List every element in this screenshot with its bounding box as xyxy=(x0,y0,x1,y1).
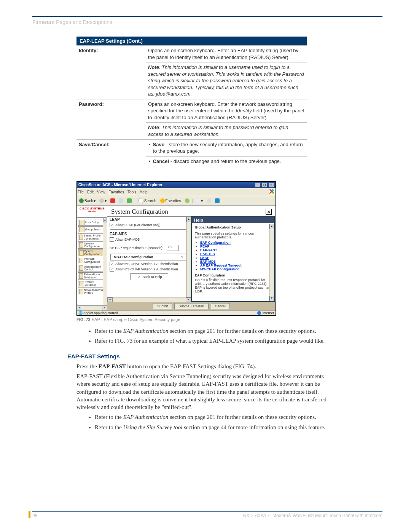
group-icon xyxy=(79,227,84,232)
help-lead: Global Authentication Setup xyxy=(195,225,271,229)
help-icon: ? xyxy=(136,275,141,279)
history-button[interactable] xyxy=(184,198,191,204)
menu-favorites[interactable]: Favorites xyxy=(108,190,124,194)
system-icon xyxy=(79,250,84,256)
posture-icon xyxy=(79,281,84,286)
menu-view[interactable]: View xyxy=(97,190,105,194)
eapmd5-checkbox[interactable]: ✓ xyxy=(110,237,114,242)
search-button[interactable]: Search xyxy=(137,197,158,204)
print-button[interactable] xyxy=(206,198,212,204)
help-icon[interactable]: ? xyxy=(180,255,185,259)
scroll-up-icon[interactable]: ▴ xyxy=(269,224,274,229)
help-link-mschap[interactable]: MS-CHAP Configuration xyxy=(200,267,239,271)
nav-external-db[interactable]: External User Databases xyxy=(78,272,106,280)
leap-label: Allow LEAP (For Aironet only) xyxy=(115,223,160,227)
row-save-desc: •Save - store the new security informati… xyxy=(146,139,307,156)
window-titlebar[interactable]: CiscoSecure ACS - Microsoft Internet Exp… xyxy=(77,182,276,188)
figure-caption: FIG. 73 EAP-LEAP sample Cisco System Sec… xyxy=(76,317,382,322)
row-identity-note: Note: This information is similar to a u… xyxy=(146,62,307,99)
submit-restart-button[interactable]: Submit + Restart xyxy=(174,303,208,309)
menu-help[interactable]: Help xyxy=(140,190,148,194)
help-link-eap-config[interactable]: EAP Configuration xyxy=(200,241,231,244)
back-button[interactable]: Back ▾ xyxy=(78,198,97,204)
help-para2: EAP is a flexible request-response proto… xyxy=(195,278,271,293)
help-link-eap-fast[interactable]: EAP-FAST xyxy=(200,248,217,252)
nav-user-setup[interactable]: User Setup xyxy=(78,219,106,226)
row-identity-desc: Opens an on-screen keyboard. Enter an EA… xyxy=(146,46,307,62)
menu-bar[interactable]: File Edit View Favorites Tools Help xyxy=(78,190,150,194)
nav-net-access-profiles[interactable]: Network Access Profiles xyxy=(78,288,106,295)
table-title: EAP-LEAP Settings (Cont.) xyxy=(76,37,307,46)
page-title: System Configuration xyxy=(111,208,168,216)
nav-shared-profile[interactable]: Shared Profile Components xyxy=(78,233,106,241)
menu-file[interactable]: File xyxy=(78,190,84,194)
leap-checkbox[interactable]: ✓ xyxy=(110,223,114,227)
network-icon xyxy=(79,242,83,248)
scroll-down-icon[interactable]: ▾ xyxy=(269,296,274,301)
nap-icon xyxy=(79,289,83,294)
maximize-button[interactable]: ▢ xyxy=(262,183,267,187)
ie-logo-icon xyxy=(269,189,275,195)
refresh-button[interactable] xyxy=(118,198,124,204)
menu-tools[interactable]: Tools xyxy=(127,190,136,194)
menu-edit[interactable]: Edit xyxy=(87,190,94,194)
nav-posture[interactable]: Posture Validation xyxy=(78,280,106,287)
status-text: 🌐 Applet appPing started xyxy=(78,311,118,315)
eap-leap-table: EAP-LEAP Settings (Cont.) Identity: Open… xyxy=(76,37,307,166)
timeout-input[interactable]: 20 xyxy=(167,245,179,251)
screenshot-figure: CiscoSecure ACS - Microsoft Internet Exp… xyxy=(76,181,275,316)
bullet-ref-auth-2: Refer to the EAP Authentication section … xyxy=(95,413,339,421)
eapmd5-heading: EAP-MD5 xyxy=(107,231,191,237)
nav-group-setup[interactable]: Group Setup xyxy=(78,226,106,233)
scroll-right-icon[interactable]: ▸ xyxy=(102,306,107,310)
help-subheading: EAP Configuration xyxy=(195,273,271,277)
scroll-up-icon[interactable]: ▴ xyxy=(186,217,191,222)
nav-network-config[interactable]: Network Configuration xyxy=(78,241,106,249)
edit-button[interactable] xyxy=(214,198,221,204)
scroll-right-icon[interactable]: ▸ xyxy=(186,297,191,302)
internet-zone-icon xyxy=(257,311,261,315)
help-link-leap[interactable]: LEAP xyxy=(200,256,209,260)
nav-system-config[interactable]: System Configuration xyxy=(78,249,106,256)
mschap1-label: Allow MS-CHAP Version 1 Authentication xyxy=(115,262,178,266)
help-link-ap-timeout[interactable]: AP EAP Request Timeout xyxy=(200,264,242,267)
back-to-help-button[interactable]: ?Back to Help xyxy=(130,273,168,280)
nav-admin-control[interactable]: Administration Control xyxy=(78,265,106,272)
scroll-up-icon[interactable]: ▴ xyxy=(103,218,107,222)
cancel-button[interactable]: Cancel xyxy=(211,303,230,309)
eap-fast-desc: EAP-FAST (Flexible Authentication via Se… xyxy=(76,372,339,411)
help-para: This page specifies settings for various… xyxy=(195,232,271,239)
timeout-label: AP EAP request timeout (seconds): xyxy=(110,246,163,250)
help-link-eap-md5[interactable]: EAP-MD5 xyxy=(200,260,216,264)
cisco-logo: CISCO SYSTEMS ıllıılı. ıllıılı. xyxy=(77,206,107,218)
interface-icon xyxy=(79,258,83,263)
window-title: CiscoSecure ACS - Microsoft Internet Exp… xyxy=(78,183,162,187)
bullet-ref-fig73: Refer to FIG. 73 for an example of what … xyxy=(95,337,339,345)
submit-button[interactable]: Submit xyxy=(153,303,172,309)
help-link-eap-tls[interactable]: EAP-TLS xyxy=(200,252,215,256)
help-link-peap[interactable]: PEAP xyxy=(200,244,210,248)
product-name: NXD-700Vi 7" Modero® Wall/Flush Mount To… xyxy=(243,513,382,518)
profile-icon xyxy=(79,235,83,240)
scroll-left-icon[interactable]: ◂ xyxy=(77,306,82,310)
eapmd5-label: Allow EAP-MD5 xyxy=(115,238,140,241)
eap-fast-intro: Press the EAP-FAST button to open the EA… xyxy=(76,363,339,370)
panel-close-button[interactable]: ✕ xyxy=(266,209,272,215)
toolbar[interactable]: Back ▾ ▾ | Search Favorites | ▾ xyxy=(77,196,276,206)
breadcrumb: Firmware Pages and Descriptions xyxy=(32,19,382,25)
user-icon xyxy=(79,220,84,225)
mail-button[interactable]: ▾ xyxy=(194,198,204,204)
db-icon xyxy=(79,273,83,279)
minimize-button[interactable]: _ xyxy=(255,183,260,187)
forward-button[interactable]: ▾ xyxy=(98,198,108,204)
home-button[interactable] xyxy=(126,198,133,204)
mschap2-checkbox[interactable]: ✓ xyxy=(110,267,114,272)
nav-interface-config[interactable]: Interface Configuration xyxy=(78,257,106,264)
close-button[interactable]: × xyxy=(269,183,274,187)
favorites-button[interactable]: Favorites xyxy=(159,198,182,204)
stop-button[interactable] xyxy=(109,198,116,204)
bullet-ref-site-survey: Refer to the Using the Site Survey tool … xyxy=(95,423,339,431)
admin-icon xyxy=(79,265,83,271)
mschap1-checkbox[interactable]: ✓ xyxy=(110,262,114,266)
scroll-left-icon[interactable]: ◂ xyxy=(107,297,113,302)
